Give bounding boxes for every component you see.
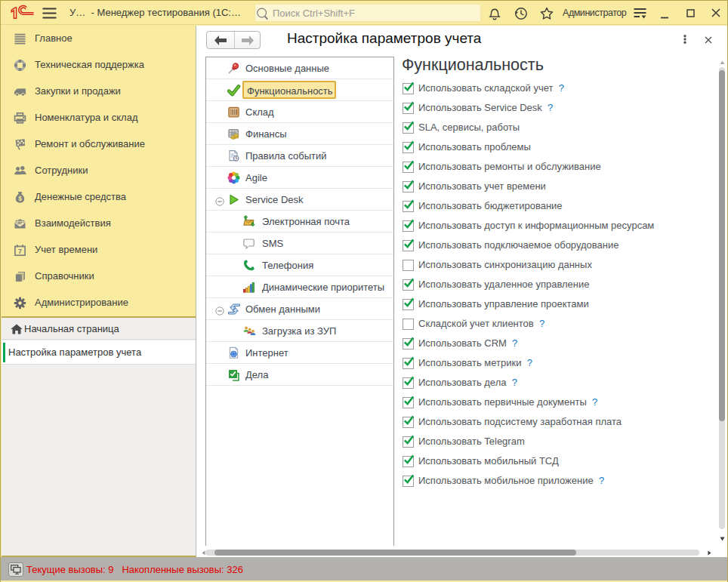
svg-text:7: 7 <box>18 248 22 255</box>
svg-text:$: $ <box>18 195 22 202</box>
